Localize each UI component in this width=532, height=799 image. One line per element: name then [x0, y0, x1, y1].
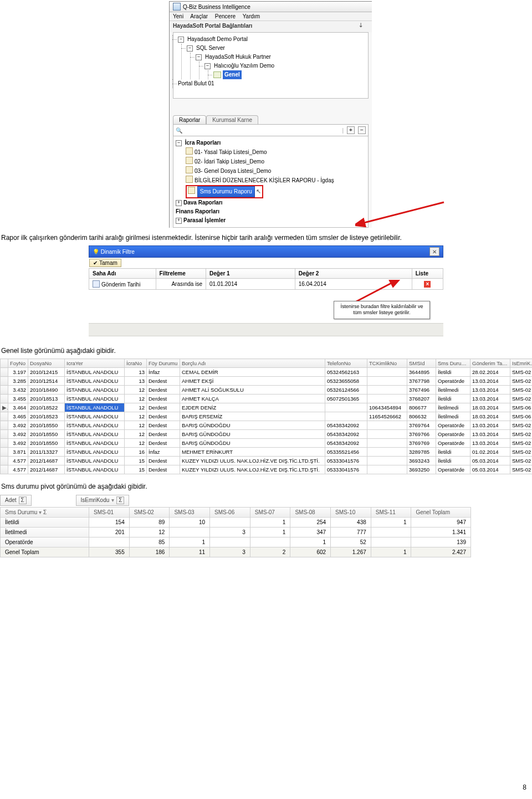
ok-button[interactable]: ✔ Tamam [89, 259, 121, 267]
pivot-col[interactable]: SMS-03 [170, 507, 210, 517]
grid-cell: SMS-02 [510, 421, 533, 430]
menu-pencere[interactable]: Pencere [215, 13, 236, 19]
table-row[interactable]: ▶3.4642010/18522İSTANBUL ANADOLU12Derdes… [1, 403, 533, 412]
grid-col[interactable]: TCKimlikNo [367, 359, 407, 368]
grid-cell: 10643454894 [367, 403, 407, 412]
grid-col[interactable]: Sms Durumu [436, 359, 470, 368]
filter-op[interactable]: Arasında ise [156, 279, 206, 290]
table-row[interactable]: 4.5772012/14687İSTANBUL ANADOLU15Derdest… [1, 457, 533, 465]
report-item[interactable]: 01- Yasal Takip Listesi_Demo [195, 149, 267, 155]
table-row[interactable]: 3.2852010/12514İSTANBUL ANADOLU13Derdest… [1, 377, 533, 386]
grid-col[interactable]: DosyaNo [28, 359, 65, 368]
collapse-all-button[interactable]: − [358, 126, 366, 134]
grid-cell: 3.197 [8, 368, 28, 377]
grid-cell: AHMET KALÇA [180, 395, 325, 403]
pivot-field-isemri[interactable]: IsEmriKodu ▾ Σ [76, 495, 130, 506]
grid-col[interactable]: SMSId [407, 359, 436, 368]
grid-col[interactable]: IsEmriKodu [510, 359, 533, 368]
menu-araclar[interactable]: Araçlar [190, 13, 208, 19]
pivot-cell: 254 [290, 517, 331, 527]
grid-col[interactable]: Borçlu Adı [180, 359, 325, 368]
collapse-icon[interactable]: − [176, 140, 182, 146]
pivot-col[interactable]: SMS-08 [290, 507, 331, 517]
grid-cell: İSTANBUL ANADOLU [65, 430, 125, 439]
grid-cell: İletildi [436, 368, 470, 377]
grid-cell: Operatörde [436, 430, 470, 439]
tab-raporlar[interactable]: Raporlar [173, 115, 206, 124]
report-tabs: Raporlar Kurumsal Karne [173, 115, 369, 124]
report-group[interactable]: İcra Raporları [185, 140, 221, 146]
table-row[interactable]: 3.4922010/18550İSTANBUL ANADOLU12Derdest… [1, 421, 533, 430]
pivot-row[interactable]: Operatörde851152139 [1, 537, 471, 547]
report-group[interactable]: Finans Raporları [176, 208, 219, 214]
pivot-col[interactable]: SMS-07 [250, 507, 290, 517]
table-row[interactable]: 4.5772012/14687İSTANBUL ANADOLU15Derdest… [1, 465, 533, 474]
titlebar: Q-Biz Business Intelligence [170, 2, 372, 12]
table-row[interactable]: 3.4322010/18490İSTANBUL ANADOLU12Derdest… [1, 386, 533, 395]
expand-all-button[interactable]: + [347, 126, 355, 134]
grid-col[interactable]: TelefonNo [325, 359, 367, 368]
pivot-row-field[interactable]: Sms Durumu ▾ Σ [1, 507, 89, 517]
collapse-icon[interactable]: − [204, 63, 211, 69]
row-marker [1, 377, 8, 386]
filter-value1[interactable]: 01.01.2014 [206, 279, 295, 290]
pivot-col[interactable]: Genel Toplam [411, 507, 471, 517]
expand-icon[interactable]: + [176, 200, 182, 206]
remove-filter-icon[interactable]: × [424, 281, 431, 288]
tab-kurumsal-karne[interactable]: Kurumsal Karne [206, 115, 258, 124]
menu-yeni[interactable]: Yeni [173, 13, 183, 19]
pivot-row[interactable]: İletilmedi20112313477771.341 [1, 527, 471, 537]
pivot-col[interactable]: SMS-02 [129, 507, 170, 517]
menu-yardim[interactable]: Yardım [243, 13, 260, 19]
pin-icon[interactable]: ⇣ [359, 22, 363, 28]
report-group[interactable]: Parasal İşlemler [183, 217, 226, 223]
grid-cell: 3.464 [8, 403, 28, 412]
table-row[interactable]: 3.4922010/18550İSTANBUL ANADOLU12Derdest… [1, 439, 533, 448]
pivot-col[interactable]: SMS-01 [89, 507, 130, 517]
pivot-col[interactable]: SMS-06 [210, 507, 250, 517]
pivot-wrap: Adet Σ IsEmriKodu ▾ Σ Sms Durumu ▾ Σ SMS… [0, 495, 471, 557]
report-item[interactable]: BİLGİLERİ DÜZENLENECEK KİŞİLER RAPORU - … [195, 177, 334, 183]
pivot-col[interactable]: SMS-11 [371, 507, 411, 517]
collapse-icon[interactable]: − [196, 54, 202, 60]
search-input[interactable] [186, 126, 339, 135]
grid-cell: 05326124566 [325, 386, 367, 395]
filter-row[interactable]: Gönderim Tarihi Arasında ise 01.01.2014 … [89, 279, 443, 290]
report-item[interactable]: 03- Genel Dosya Listesi_Demo [195, 168, 271, 174]
grid-cell: 2010/12514 [28, 377, 65, 386]
expand-icon[interactable]: + [176, 218, 182, 224]
tree-leaf-selected[interactable]: Genel [223, 70, 242, 79]
table-row[interactable]: 3.4922010/18550İSTANBUL ANADOLU12Derdest… [1, 430, 533, 439]
tree-node[interactable]: Hayadasoft Demo Portal [187, 35, 248, 44]
table-row[interactable]: 3.1972010/12415İSTANBUL ANADOLU13İnfazCE… [1, 368, 533, 377]
pivot-row[interactable]: İletildi154891012544381947 [1, 517, 471, 527]
filter-value2[interactable]: 16.04.2014 [295, 279, 412, 290]
report-item[interactable]: 02- İdari Takip Listesi_Demo [195, 158, 264, 165]
grid-cell: İletilmedi [436, 386, 470, 395]
pivot-col[interactable]: SMS-10 [331, 507, 371, 517]
grid-col[interactable]: Gönderim Tarihi [470, 359, 510, 368]
close-icon[interactable]: ✕ [429, 247, 439, 256]
row-marker [1, 430, 8, 439]
collapse-icon[interactable]: − [187, 45, 193, 52]
report-item-selected[interactable]: Sms Durumu Raporu [197, 186, 255, 197]
table-row[interactable]: 3.8712011/13327İSTANBUL ANADOLU16İnfazME… [1, 448, 533, 457]
collapse-icon[interactable]: − [178, 37, 184, 43]
grid-col[interactable]: FoyNo [8, 359, 28, 368]
report-group[interactable]: Dava Raporları [183, 199, 223, 206]
grid-cell: 806632 [407, 412, 436, 421]
pivot-row[interactable]: Genel Toplam35518611326021.26712.427 [1, 547, 471, 557]
table-row[interactable]: 3.4552010/18513İSTANBUL ANADOLU12Derdest… [1, 395, 533, 403]
grid-col[interactable]: Föy Durumu [147, 359, 180, 368]
grid-col[interactable]: İcraNo [125, 359, 147, 368]
tree-node[interactable]: Portal Bulut 01 [178, 79, 214, 88]
pivot-field-adet[interactable]: Adet Σ [0, 495, 32, 506]
table-row[interactable]: 3.4652010/18523İSTANBUL ANADOLU12Derdest… [1, 412, 533, 421]
grid-cell: İSTANBUL ANADOLU [65, 448, 125, 457]
grid-col[interactable]: IcraYer [65, 359, 125, 368]
grid-cell [367, 430, 407, 439]
tree-node[interactable]: Halıcıoğlu Yazılım Demo [214, 62, 274, 70]
row-marker [1, 448, 8, 457]
tree-node[interactable]: SQL Server [196, 44, 225, 53]
tree-node[interactable]: HayadaSoft Hukuk Partner [205, 53, 271, 62]
